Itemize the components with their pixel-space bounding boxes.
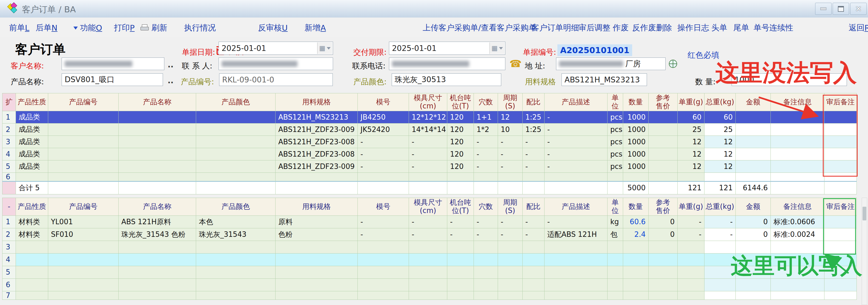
deliver-date-input[interactable]: 2025-01-01 ▦ (389, 42, 505, 55)
cell[interactable] (474, 172, 498, 181)
cell[interactable]: 原料 (276, 215, 358, 228)
cell[interactable] (358, 291, 409, 300)
toolbar-item-后单[interactable]: 后单N (36, 23, 58, 33)
cell[interactable]: 1000 (623, 111, 649, 123)
cell[interactable] (678, 172, 705, 181)
cell[interactable] (623, 253, 649, 266)
cell[interactable] (678, 241, 705, 253)
cell[interactable] (409, 181, 447, 194)
cell[interactable]: 120 (447, 123, 474, 136)
cell[interactable] (545, 278, 608, 291)
column-header[interactable]: 模具尺寸 (cm) (409, 93, 447, 111)
cell[interactable] (447, 181, 474, 194)
cell[interactable] (545, 266, 608, 278)
column-header[interactable]: 参考 售价 (649, 198, 678, 216)
cell[interactable]: 12 (498, 111, 523, 123)
toolbar-item-前单[interactable]: 前单L (9, 23, 29, 33)
column-header[interactable]: 数量 (623, 198, 649, 216)
cell[interactable] (825, 241, 857, 253)
cell[interactable] (474, 241, 498, 253)
toolbar-item-上传客户采购单/查看客户采购单[interactable]: 上传客户采购单/查看客户采购单 (423, 23, 536, 33)
cell[interactable] (119, 111, 196, 123)
vertical-scrollbar[interactable] (862, 198, 867, 305)
cell[interactable] (649, 136, 678, 148)
doc-date-input[interactable]: 2025-01-01 ▦ (219, 42, 333, 55)
cell[interactable] (545, 253, 608, 266)
cell[interactable] (358, 266, 409, 278)
cell[interactable] (825, 181, 857, 194)
customer-lookup-button[interactable]: .. (167, 60, 174, 69)
cell[interactable]: 120 (447, 136, 474, 148)
cell[interactable] (705, 253, 736, 266)
cell[interactable] (736, 278, 771, 291)
cell[interactable] (498, 253, 523, 266)
column-header[interactable]: 备注信息 (771, 93, 825, 111)
cell[interactable]: 120 (447, 111, 474, 123)
cell[interactable]: 0 (736, 228, 771, 241)
cell[interactable] (358, 181, 409, 194)
cell[interactable]: 10 (498, 123, 523, 136)
cell[interactable]: - (523, 148, 545, 160)
column-header[interactable]: 产品描述 (545, 93, 608, 111)
cell[interactable] (825, 123, 857, 136)
cell[interactable] (771, 278, 825, 291)
cell[interactable]: 60 (678, 111, 705, 123)
cell[interactable]: - (523, 228, 545, 241)
cell[interactable] (771, 136, 825, 148)
cell[interactable]: - (409, 228, 447, 241)
cell[interactable] (48, 148, 119, 160)
column-header[interactable]: 产品编号 (48, 198, 119, 216)
cell[interactable] (409, 278, 447, 291)
cell[interactable] (474, 266, 498, 278)
cell[interactable] (623, 278, 649, 291)
toolbar-item-头单[interactable]: 头单 (711, 23, 727, 33)
cell[interactable]: - (409, 136, 447, 148)
cell[interactable]: - (523, 160, 545, 172)
cell[interactable] (771, 148, 825, 160)
column-header[interactable]: 数量 (623, 93, 649, 111)
cell[interactable]: 色粉 (276, 228, 358, 241)
cell[interactable]: 120 (447, 160, 474, 172)
cell[interactable]: 适配ABS 121H (545, 228, 608, 241)
cell[interactable] (48, 123, 119, 136)
cell[interactable] (119, 291, 196, 300)
toolbar-item-审后调整[interactable]: 审后调整 (579, 23, 610, 33)
cell[interactable] (705, 266, 736, 278)
cell[interactable] (736, 123, 771, 136)
toolbar-item-新增[interactable]: 新增A (305, 23, 326, 33)
column-header[interactable]: 产品性质 (16, 198, 48, 216)
cell[interactable]: 材料类 (16, 215, 48, 228)
cell[interactable] (196, 136, 276, 148)
material-spec-input[interactable]: ABS121H_MS23213 (561, 73, 647, 86)
cell[interactable] (523, 266, 545, 278)
cell[interactable] (358, 172, 409, 181)
cell[interactable] (498, 172, 523, 181)
cell[interactable]: kg (608, 215, 623, 228)
cell[interactable]: 0 (649, 228, 678, 241)
grid-corner-header[interactable]: 扩 (2, 93, 16, 111)
cell[interactable]: 14*14*14 (409, 123, 447, 136)
cell[interactable] (474, 291, 498, 300)
cell[interactable]: pcs (608, 123, 623, 136)
cell[interactable]: 12 (678, 148, 705, 160)
cell[interactable] (48, 253, 119, 266)
cell[interactable] (623, 291, 649, 300)
cell[interactable] (545, 181, 608, 194)
cell[interactable]: - (474, 160, 498, 172)
cell[interactable] (623, 241, 649, 253)
cell[interactable] (825, 291, 857, 300)
cell[interactable]: 标准:0.0024 (771, 228, 825, 241)
cell[interactable] (48, 278, 119, 291)
cell[interactable] (825, 278, 857, 291)
column-header[interactable]: 配比 (523, 198, 545, 216)
column-header[interactable]: 单重(g) (678, 198, 705, 216)
cell[interactable] (649, 291, 678, 300)
cell[interactable] (358, 278, 409, 291)
cell[interactable] (474, 181, 498, 194)
cell[interactable] (649, 278, 678, 291)
cell[interactable] (736, 291, 771, 300)
cell[interactable]: - (545, 160, 608, 172)
cell[interactable] (498, 291, 523, 300)
cell[interactable] (119, 253, 196, 266)
cell[interactable] (545, 291, 608, 300)
